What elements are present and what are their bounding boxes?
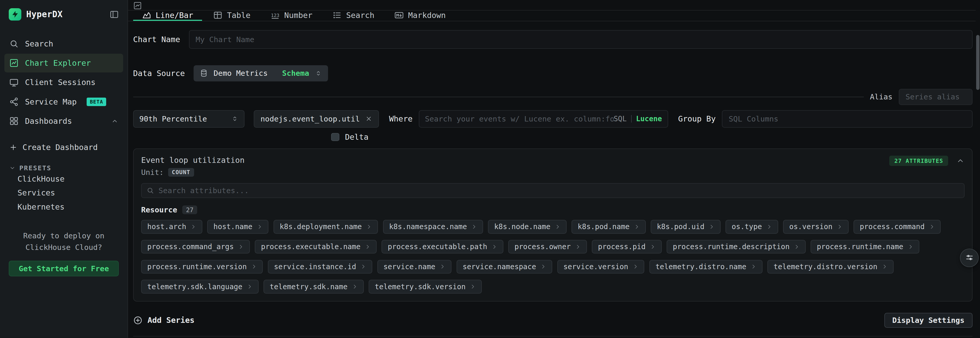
collapse-sidebar-icon[interactable] xyxy=(110,10,119,19)
attribute-chip[interactable]: process.executable.path xyxy=(382,240,503,254)
chart-editor: Chart Name Data Source Demo Metrics Sche… xyxy=(128,21,980,338)
chart-preview-icon[interactable] xyxy=(133,1,142,10)
tab-search[interactable]: Search xyxy=(324,11,383,21)
attribute-chip[interactable]: service.instance.id xyxy=(268,260,372,273)
preset-item[interactable]: ClickHouse xyxy=(0,172,127,186)
attribute-chip[interactable]: k8s.pod.name xyxy=(571,220,646,233)
add-series-button[interactable]: Add Series xyxy=(133,316,195,325)
where-input[interactable] xyxy=(425,114,614,123)
attribute-chip[interactable]: telemetry.distro.version xyxy=(767,260,893,273)
attribute-name: host.name xyxy=(213,222,252,231)
chevron-right-icon xyxy=(650,244,655,250)
attribute-chip[interactable]: k8s.deployment.name xyxy=(274,220,378,233)
attribute-chip[interactable]: k8s.pod.uid xyxy=(651,220,721,233)
scrollbar-thumb[interactable] xyxy=(976,35,979,90)
chart-name-input[interactable] xyxy=(189,30,972,49)
preset-item[interactable]: Services xyxy=(0,186,127,200)
tab-label: Search xyxy=(346,11,375,20)
attribute-chip[interactable]: service.version xyxy=(557,260,644,273)
chevron-right-icon xyxy=(929,224,935,230)
lucene-toggle[interactable]: Lucene xyxy=(636,114,662,123)
chevron-right-icon xyxy=(908,244,913,250)
attribute-chip[interactable]: process.pid xyxy=(592,240,662,254)
attribute-chip[interactable]: process.executable.name xyxy=(255,240,377,254)
attribute-chip[interactable]: telemetry.sdk.name xyxy=(264,280,364,293)
where-label: Where xyxy=(389,114,412,123)
chevron-right-icon xyxy=(540,264,546,270)
attribute-name: process.pid xyxy=(598,243,646,251)
attribute-chip[interactable]: process.runtime.description xyxy=(667,240,806,254)
aggregation-select[interactable]: 90th Percentile xyxy=(133,110,245,128)
list-icon xyxy=(332,11,342,20)
group-by-label: Group By xyxy=(678,114,716,123)
attribute-chip[interactable]: os.version xyxy=(783,220,849,233)
attribute-chip[interactable]: service.namespace xyxy=(457,260,552,273)
attribute-chip[interactable]: process.runtime.version xyxy=(141,260,263,273)
attribute-chip[interactable]: telemetry.sdk.version xyxy=(369,280,482,293)
attribute-chip[interactable]: k8s.node.name xyxy=(488,220,566,233)
attribute-chip[interactable]: k8s.namespace.name xyxy=(383,220,483,233)
attribute-chip[interactable]: process.command_args xyxy=(141,240,250,254)
database-icon xyxy=(200,69,208,77)
tab-label: Table xyxy=(227,11,250,20)
display-settings-button[interactable]: Display Settings xyxy=(885,313,972,328)
tab-line-bar[interactable]: Line/Bar xyxy=(133,11,202,21)
attribute-name: os.type xyxy=(732,222,762,231)
group-by-input[interactable] xyxy=(722,110,972,128)
alias-row: Alias xyxy=(133,89,972,105)
sidebar-item-dashboards[interactable]: Dashboards xyxy=(4,112,123,130)
sidebar-item-label: Search xyxy=(25,39,53,48)
unit-badge: COUNT xyxy=(168,168,194,177)
preset-item[interactable]: Kubernetes xyxy=(0,200,127,214)
attribute-chip[interactable]: process.runtime.name xyxy=(811,240,920,254)
monitor-icon xyxy=(9,78,19,87)
alias-label: Alias xyxy=(870,92,892,101)
sidebar-item-service-map[interactable]: Service Map BETA xyxy=(4,92,123,111)
chevron-right-icon xyxy=(766,224,772,230)
main-content: Line/Bar Table 123 Number Search xyxy=(128,0,980,338)
schema-link[interactable]: Schema xyxy=(282,69,309,78)
alias-input[interactable] xyxy=(899,89,972,105)
attribute-chip[interactable]: process.owner xyxy=(508,240,587,254)
get-started-button[interactable]: Get Started for Free xyxy=(9,261,119,276)
attribute-chip[interactable]: host.arch xyxy=(141,220,202,233)
line-chart-icon xyxy=(142,11,151,20)
filter-settings-button[interactable] xyxy=(960,249,979,267)
attribute-name: process.runtime.name xyxy=(817,243,903,251)
tab-table[interactable]: Table xyxy=(204,11,259,21)
sql-toggle[interactable]: SQL xyxy=(614,114,627,123)
divider xyxy=(133,97,864,97)
tab-number[interactable]: 123 Number xyxy=(262,11,321,21)
sidebar-item-search[interactable]: Search xyxy=(4,35,123,53)
tab-markdown[interactable]: Markdown xyxy=(386,11,455,21)
plus-icon xyxy=(9,143,18,152)
chevron-down-icon xyxy=(9,165,16,171)
sidebar-item-chart-explorer[interactable]: Chart Explorer xyxy=(4,54,123,72)
attribute-name: process.owner xyxy=(514,243,571,251)
sidebar-item-label: Service Map xyxy=(25,97,76,106)
attribute-name: telemetry.sdk.name xyxy=(270,282,348,291)
chevron-right-icon xyxy=(882,264,888,270)
attribute-chip[interactable]: os.type xyxy=(725,220,778,233)
attribute-name: process.command_args xyxy=(147,243,234,251)
attribute-chip[interactable]: telemetry.sdk.language xyxy=(141,280,259,293)
chevron-up-icon[interactable] xyxy=(956,157,964,165)
create-dashboard-button[interactable]: Create Dashboard xyxy=(4,138,123,157)
attribute-chip[interactable]: service.name xyxy=(377,260,452,273)
attributes-search-input[interactable] xyxy=(159,186,959,195)
chevron-right-icon xyxy=(837,224,842,230)
data-source-select[interactable]: Demo Metrics Schema xyxy=(194,65,328,81)
close-icon[interactable] xyxy=(365,115,372,122)
sidebar-nav: Search Chart Explorer Client Sessions Se… xyxy=(0,33,127,214)
attribute-chip[interactable]: telemetry.distro.name xyxy=(649,260,762,273)
chevron-right-icon xyxy=(555,224,560,230)
attribute-chip[interactable]: host.name xyxy=(207,220,268,233)
scrollbar xyxy=(976,0,980,338)
metric-chip[interactable]: nodejs.event_loop.util xyxy=(254,110,379,128)
delta-checkbox[interactable] xyxy=(331,133,339,141)
attribute-chip[interactable]: process.command xyxy=(854,220,941,233)
presets-toggle[interactable]: PRESETS xyxy=(4,164,123,172)
sidebar-item-client-sessions[interactable]: Client Sessions xyxy=(4,73,123,92)
attributes-header-right: 27 ATTRIBUTES xyxy=(889,156,964,166)
series-actions-row: Add Series Display Settings xyxy=(133,313,972,328)
